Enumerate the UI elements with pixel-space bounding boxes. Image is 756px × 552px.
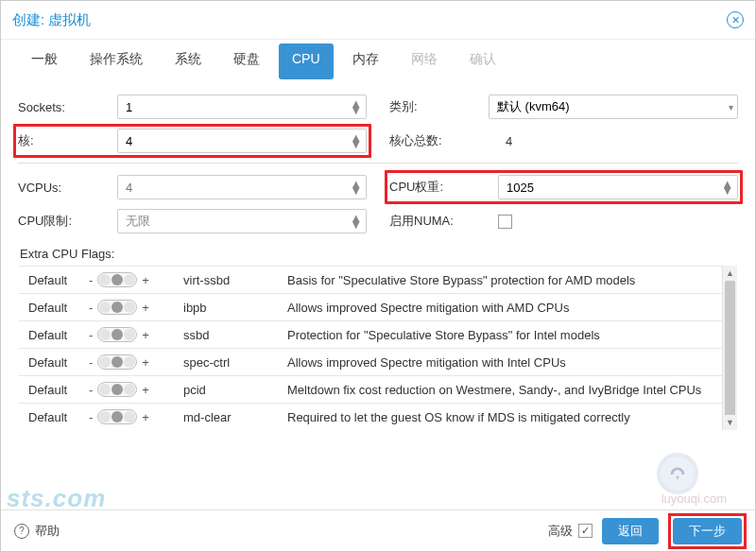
spinner-arrows-icon[interactable]: ▲▼ [350, 134, 362, 147]
tab-os[interactable]: 操作系统 [77, 43, 156, 79]
advanced-checkbox[interactable]: ✓ [578, 524, 593, 538]
flag-name: pcid [183, 383, 287, 397]
cores-label: 核: [18, 132, 117, 149]
section-divider [18, 163, 738, 164]
flag-name: ssbd [183, 328, 287, 342]
next-highlight: 下一步 [668, 513, 747, 549]
type-select[interactable]: ▾ [489, 95, 738, 119]
next-button[interactable]: 下一步 [673, 518, 742, 544]
title-bar: 创建: 虚拟机 ✕ [1, 1, 755, 39]
type-label: 类别: [389, 98, 489, 115]
total-cores-value: 4 [498, 134, 512, 148]
table-row: Default- +md-clearRequired to let the gu… [19, 403, 737, 430]
flag-desc: Allows improved Spectre mitigation with … [287, 301, 733, 315]
tab-confirm: 确认 [456, 43, 509, 79]
cpu-weight-field[interactable] [507, 181, 730, 195]
form-body: Sockets: ▲▼ 类别: ▾ 核: ▲▼ [1, 79, 755, 431]
scrollbar-thumb[interactable] [725, 281, 735, 423]
numa-label: 启用NUMA: [389, 213, 498, 230]
flag-default: Default [23, 355, 89, 370]
spinner-arrows-icon[interactable]: ▲▼ [350, 181, 362, 194]
flag-desc: Meltdown fix cost reduction on Westmere,… [287, 383, 733, 397]
spinner-arrows-icon[interactable]: ▲▼ [721, 181, 733, 194]
chevron-down-icon[interactable]: ▾ [729, 104, 733, 111]
table-row: Default- +spec-ctrlAllows improved Spect… [19, 348, 737, 375]
spinner-arrows-icon[interactable]: ▲▼ [350, 215, 362, 228]
help-label: 帮助 [35, 523, 60, 540]
flag-default: Default [23, 301, 89, 315]
cpu-weight-input[interactable]: ▲▼ [498, 175, 738, 199]
cores-input[interactable]: ▲▼ [117, 129, 367, 153]
flag-tristate-toggle[interactable]: - + [89, 354, 183, 370]
tab-disk[interactable]: 硬盘 [220, 43, 273, 79]
total-cores-label: 核心总数: [389, 132, 498, 149]
flags-header: Extra CPU Flags: [18, 243, 738, 265]
cpu-limit-input[interactable]: ▲▼ [117, 209, 367, 233]
flag-desc: Allows improved Spectre mitigation with … [287, 355, 733, 370]
flag-default: Default [23, 273, 89, 287]
table-row: Default- +ibpbAllows improved Spectre mi… [19, 293, 737, 320]
advanced-toggle[interactable]: 高级 ✓ [548, 523, 593, 540]
flag-default: Default [23, 383, 89, 397]
spinner-arrows-icon[interactable]: ▲▼ [350, 100, 362, 113]
table-row: Default- +virt-ssbdBasis for "Speculativ… [19, 266, 737, 293]
vcpus-label: VCPUs: [18, 181, 117, 195]
close-icon[interactable]: ✕ [727, 11, 744, 28]
table-row: Default- +pcidMeltdown fix cost reductio… [19, 375, 737, 403]
back-button[interactable]: 返回 [602, 518, 659, 544]
scroll-down-icon[interactable]: ▼ [723, 415, 737, 430]
create-vm-dialog: 创建: 虚拟机 ✕ 一般 操作系统 系统 硬盘 CPU 内存 网络 确认 Soc… [0, 0, 756, 552]
flag-tristate-toggle[interactable]: - + [89, 327, 183, 342]
tab-network: 网络 [398, 43, 451, 79]
watermark2-text: luyouqi.com [662, 492, 727, 506]
help-button[interactable]: ? 帮助 [14, 523, 60, 540]
cores-highlight: 核: ▲▼ [13, 124, 371, 158]
help-icon: ? [14, 524, 29, 539]
cpu-weight-label: CPU权重: [389, 179, 498, 196]
tab-memory[interactable]: 内存 [339, 43, 392, 79]
flag-name: md-clear [183, 410, 287, 424]
tab-general[interactable]: 一般 [18, 43, 71, 79]
advanced-label: 高级 [548, 523, 573, 540]
flag-name: ibpb [183, 301, 287, 315]
sockets-input[interactable]: ▲▼ [117, 95, 367, 119]
vcpus-input[interactable]: ▲▼ [117, 175, 367, 199]
flag-desc: Protection for "Speculative Store Bypass… [287, 328, 733, 342]
flag-default: Default [23, 410, 89, 424]
dialog-title: 创建: 虚拟机 [12, 11, 91, 29]
table-row: Default- +ssbdProtection for "Speculativ… [19, 320, 737, 348]
tabs: 一般 操作系统 系统 硬盘 CPU 内存 网络 确认 [1, 39, 755, 79]
sockets-field[interactable] [126, 100, 358, 114]
flag-name: virt-ssbd [183, 273, 287, 287]
footer: ? 帮助 高级 ✓ 返回 下一步 [1, 509, 755, 551]
extra-cpu-flags: Extra CPU Flags: Default- +virt-ssbdBasi… [18, 243, 738, 431]
tab-system[interactable]: 系统 [162, 43, 215, 79]
numa-checkbox[interactable] [498, 215, 512, 229]
flag-desc: Required to let the guest OS know if MDS… [287, 410, 733, 424]
flag-tristate-toggle[interactable]: - + [89, 272, 183, 287]
flag-desc: Basis for "Speculative Store Bypass" pro… [287, 273, 733, 287]
flag-tristate-toggle[interactable]: - + [89, 409, 183, 424]
router-badge-icon [657, 453, 698, 494]
cpu-limit-label: CPU限制: [18, 213, 117, 230]
tab-cpu[interactable]: CPU [279, 43, 334, 79]
cores-field[interactable] [126, 134, 358, 148]
flags-scroll[interactable]: Default- +virt-ssbdBasis for "Speculativ… [18, 265, 738, 431]
flag-tristate-toggle[interactable]: - + [89, 300, 183, 315]
flag-tristate-toggle[interactable]: - + [89, 382, 183, 397]
vcpus-field[interactable] [126, 181, 358, 195]
flag-name: spec-ctrl [183, 355, 287, 370]
sockets-label: Sockets: [18, 100, 117, 114]
scrollbar[interactable]: ▲ ▼ [722, 266, 737, 430]
cpu-limit-field[interactable] [126, 215, 358, 229]
scroll-up-icon[interactable]: ▲ [723, 266, 737, 281]
flag-default: Default [23, 328, 89, 342]
type-field[interactable] [497, 100, 730, 114]
cpu-weight-highlight: CPU权重: ▲▼ [385, 170, 743, 204]
